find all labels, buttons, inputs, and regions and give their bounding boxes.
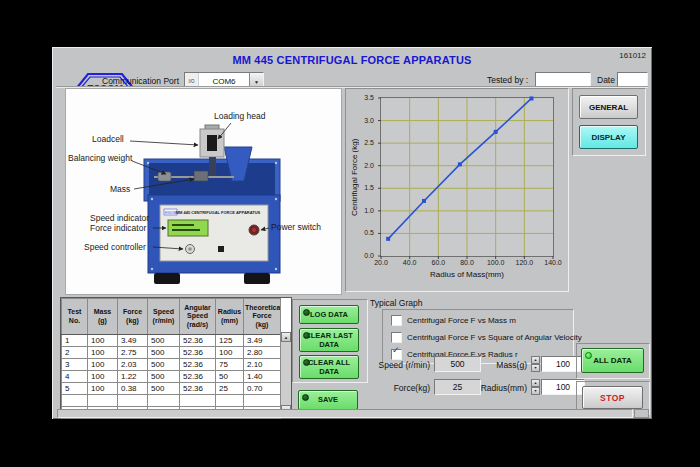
scroll-up-icon[interactable]: ▲: [281, 332, 291, 342]
table-cell[interactable]: [148, 395, 180, 407]
speed-readout: 500: [434, 356, 481, 372]
table-cell[interactable]: 500: [148, 371, 180, 383]
results-table: TestNo.Mass(g)Force(kg)Speed(r/min)Angul…: [60, 297, 292, 417]
stop-button[interactable]: STOP: [582, 386, 643, 409]
led-icon: [303, 309, 310, 316]
table-cell[interactable]: [180, 395, 216, 407]
table-cell[interactable]: 2.10: [244, 359, 281, 371]
app-window: 161012 MM 445 CENTRIFUGAL FORCE APPARATU…: [52, 47, 652, 419]
table-cell[interactable]: 100: [88, 359, 118, 371]
table-cell[interactable]: [118, 395, 148, 407]
table-cell[interactable]: [88, 395, 118, 407]
label-force-indicator: Force indicator: [90, 223, 146, 233]
spinner-up-icon[interactable]: ▲: [531, 356, 540, 364]
option-label: Centrifugal Force F vs Mass m: [407, 316, 516, 325]
table-cell[interactable]: 3: [62, 359, 88, 371]
stop-label: STOP: [600, 393, 625, 403]
column-header: TestNo.: [62, 299, 88, 335]
table-cell[interactable]: 52.36: [180, 335, 216, 347]
y-tick-label: 3.5: [350, 94, 374, 101]
table-row[interactable]: [62, 395, 281, 407]
table-cell[interactable]: 500: [148, 347, 180, 359]
typical-graph-option[interactable]: Centrifugal Force F vs Mass m: [391, 314, 516, 326]
view-button-group: GENERAL DISPLAY: [572, 88, 646, 156]
x-tick-label: 60.0: [425, 259, 451, 266]
table-cell[interactable]: 500: [148, 359, 180, 371]
table-cell[interactable]: 52.36: [180, 371, 216, 383]
table-cell[interactable]: 2.75: [118, 347, 148, 359]
table-cell[interactable]: 0.70: [244, 383, 281, 395]
table-cell[interactable]: 1: [62, 335, 88, 347]
speed-readout-label: Speed (r/min): [360, 360, 430, 370]
table-cell[interactable]: 75: [216, 359, 244, 371]
table-cell[interactable]: 50: [216, 371, 244, 383]
typical-graph-option[interactable]: Centrifugal Force F vs Square of Angular…: [391, 331, 582, 343]
chart-plot: [381, 98, 553, 256]
x-tick-label: 120.0: [511, 259, 537, 266]
spinner-down-icon[interactable]: ▼: [531, 387, 540, 395]
column-header: Radius(mm): [216, 299, 244, 335]
clear-last-data-button[interactable]: CLEAR LAST DATA: [299, 328, 359, 352]
table-cell[interactable]: 25: [216, 383, 244, 395]
spinner-up-icon[interactable]: ▲: [531, 379, 540, 387]
table-cell[interactable]: 5: [62, 383, 88, 395]
table-cell[interactable]: 4: [62, 371, 88, 383]
checkbox[interactable]: ✓: [391, 349, 402, 360]
logging-button-group: LOG DATA CLEAR LAST DATA CLEAR ALL DATA: [292, 299, 368, 383]
table-cell[interactable]: [244, 395, 281, 407]
x-tick-label: 100.0: [483, 259, 509, 266]
save-button[interactable]: SAVE: [298, 390, 358, 410]
table-cell[interactable]: 2.80: [244, 347, 281, 359]
table-cell[interactable]: 52.36: [180, 383, 216, 395]
mass-spinner[interactable]: ▲ ▼: [531, 356, 540, 372]
all-data-button[interactable]: ALL DATA: [581, 348, 644, 373]
table-cell[interactable]: 500: [148, 335, 180, 347]
table-cell[interactable]: 100: [216, 347, 244, 359]
checkbox[interactable]: [391, 332, 402, 343]
table-cell[interactable]: 100: [88, 383, 118, 395]
table-cell[interactable]: 2: [62, 347, 88, 359]
log-data-button[interactable]: LOG DATA: [299, 305, 359, 324]
general-button[interactable]: GENERAL: [579, 95, 638, 119]
table-cell[interactable]: 52.36: [180, 359, 216, 371]
clear-all-data-button[interactable]: CLEAR ALL DATA: [299, 355, 359, 379]
table-cell[interactable]: 1.40: [244, 371, 281, 383]
table-cell[interactable]: 2.03: [118, 359, 148, 371]
table-row[interactable]: 31002.0350052.36752.10: [62, 359, 281, 371]
tested-by-label: Tested by :: [487, 75, 528, 85]
clear-last-label: CLEAR LAST DATA: [305, 331, 353, 349]
chart-x-tick-labels: 20.040.060.080.0100.0120.0140.0: [381, 259, 553, 268]
horizontal-scrollbar[interactable]: [57, 409, 633, 418]
table-row[interactable]: 41001.2250052.36501.40: [62, 371, 281, 383]
table-cell[interactable]: 3.49: [244, 335, 281, 347]
table-cell[interactable]: 500: [148, 383, 180, 395]
table-cell[interactable]: [62, 395, 88, 407]
table-cell[interactable]: 52.36: [180, 347, 216, 359]
x-tick-label: 140.0: [540, 259, 566, 266]
table-cell[interactable]: [216, 395, 244, 407]
spinner-down-icon[interactable]: ▼: [531, 364, 540, 372]
date-input[interactable]: [617, 72, 648, 87]
table-cell[interactable]: 1.22: [118, 371, 148, 383]
display-button[interactable]: DISPLAY: [579, 125, 638, 149]
save-label: SAVE: [318, 395, 338, 404]
table-cell[interactable]: 100: [88, 371, 118, 383]
label-mass: Mass: [110, 184, 130, 194]
table-cell[interactable]: 125: [216, 335, 244, 347]
tested-by-input[interactable]: [535, 72, 591, 87]
radius-spinner[interactable]: ▲ ▼: [531, 379, 540, 395]
panel-title-text: MM 445 CENTRIFUGAL FORCE APPARATUS: [176, 210, 261, 215]
label-balancing-weight: Balancing weight: [68, 153, 132, 163]
table-cell[interactable]: 0.38: [118, 383, 148, 395]
x-tick-label: 20.0: [368, 259, 394, 266]
led-icon: [302, 394, 309, 401]
checkbox[interactable]: [391, 315, 402, 326]
table-cell[interactable]: 3.49: [118, 335, 148, 347]
table-row[interactable]: 11003.4950052.361253.49: [62, 335, 281, 347]
table-scrollbar[interactable]: ▲ ▼: [280, 332, 291, 415]
table-row[interactable]: 51000.3850052.36250.70: [62, 383, 281, 395]
table-cell[interactable]: 100: [88, 335, 118, 347]
table-row[interactable]: 21002.7550052.361002.80: [62, 347, 281, 359]
apparatus-drawing: ESSOM MM 445 CENTRIFUGAL FORCE APPARATUS: [66, 89, 341, 294]
table-cell[interactable]: 100: [88, 347, 118, 359]
